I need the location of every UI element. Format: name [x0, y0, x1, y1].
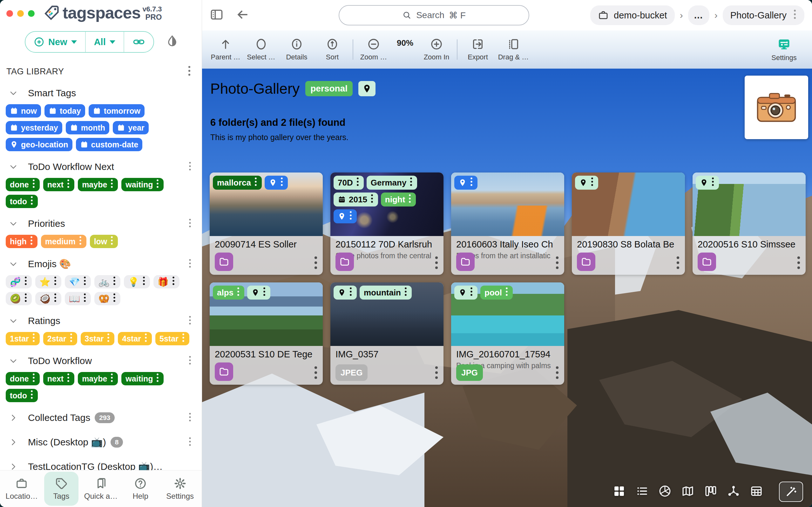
nav-quicka[interactable]: Quick a… [83, 472, 118, 506]
tag-today[interactable]: today [45, 104, 85, 118]
tag-menu-dots-icon[interactable] [53, 276, 57, 288]
tag-menu-dots-icon[interactable] [112, 293, 116, 305]
tag-menu-dots-icon[interactable] [83, 276, 87, 288]
nav-settings[interactable]: Settings [163, 472, 197, 506]
tag-4star[interactable]: 4star [118, 332, 152, 345]
toolbar-export-button[interactable]: Export [460, 38, 496, 61]
tag-medium[interactable]: medium [41, 235, 86, 248]
tag-menu-dots-icon[interactable] [236, 287, 240, 299]
tag-waiting[interactable]: waiting [121, 372, 164, 385]
breadcrumb-location[interactable]: demo-bucket [590, 5, 675, 25]
tag-group-menu-button[interactable] [186, 437, 193, 448]
tag-menu-dots-icon[interactable] [30, 390, 34, 401]
tag-menu-dots-icon[interactable] [263, 287, 266, 299]
map-perspective-icon[interactable] [681, 485, 694, 499]
tag--[interactable]: 🥨 [94, 292, 120, 305]
card-menu-button[interactable] [434, 256, 439, 271]
tag-group-header[interactable]: Smart Tags [0, 79, 202, 104]
tag--[interactable]: 🚲 [94, 275, 120, 288]
tag-70d[interactable]: 70D [334, 176, 364, 190]
open-folder-button[interactable] [215, 362, 233, 381]
tag-2015[interactable]: 2015 [334, 192, 378, 207]
tag-menu-dots-icon[interactable] [404, 287, 408, 299]
tag-alps[interactable]: alps [213, 286, 244, 299]
tag-menu-dots-icon[interactable] [83, 293, 87, 305]
open-folder-button[interactable] [336, 252, 354, 271]
tag-menu-dots-icon[interactable] [590, 177, 594, 189]
tag-menu-dots-icon[interactable] [181, 333, 185, 344]
tag-library-menu-button[interactable] [185, 65, 193, 77]
tag-menu-dots-icon[interactable] [69, 333, 73, 344]
tag-menu-dots-icon[interactable] [156, 179, 160, 190]
folder-card-20190830-s8-bolata-be[interactable]: 20190830 S8 Bolata Be [572, 172, 685, 275]
tag-pin[interactable] [334, 209, 357, 223]
tag-geo-pin[interactable] [358, 81, 375, 96]
new-button[interactable]: New [25, 32, 86, 52]
tag-menu-dots-icon[interactable] [112, 276, 116, 288]
folder-card-20150112-70d-karlsruh[interactable]: 70DGermany2015night20150112 70D Karlsruh… [330, 172, 444, 275]
tag-pin[interactable] [454, 286, 477, 299]
toolbar-select-button[interactable]: Select … [243, 38, 279, 61]
tag-mallorca[interactable]: mallorca [213, 176, 262, 190]
gallery-perspective-icon[interactable] [658, 485, 672, 499]
card-menu-button[interactable] [313, 365, 318, 381]
card-menu-button[interactable] [555, 256, 560, 271]
open-folder-button[interactable] [698, 252, 716, 271]
tag-pin[interactable] [454, 176, 477, 190]
tag--[interactable]: 🥝 [6, 292, 32, 305]
tag-high[interactable]: high [6, 235, 38, 248]
tag-menu-dots-icon[interactable] [370, 194, 374, 206]
tag-menu-dots-icon[interactable] [505, 287, 509, 299]
tag-2star[interactable]: 2star [43, 332, 77, 345]
tag--[interactable]: 🥥 [35, 292, 61, 305]
tag-menu-dots-icon[interactable] [32, 333, 36, 344]
card-menu-button[interactable] [676, 256, 681, 271]
graph-perspective-icon[interactable] [727, 485, 740, 499]
tag-menu-dots-icon[interactable] [254, 177, 257, 189]
tag-personal[interactable]: personal [305, 81, 353, 96]
tag-group-header[interactable]: TestLocationTG (Desktop 📺)… [0, 453, 202, 470]
tag-menu-dots-icon[interactable] [280, 177, 284, 189]
nav-tags[interactable]: Tags [44, 472, 78, 506]
toolbar-details-button[interactable]: Details [279, 38, 314, 61]
breadcrumb-current-folder[interactable]: Photo-Gallery [723, 5, 804, 25]
open-folder-button[interactable] [577, 252, 595, 271]
tag--[interactable]: 🧬 [6, 275, 32, 288]
close-window-button[interactable] [6, 10, 13, 17]
tag-menu-dots-icon[interactable] [142, 276, 146, 288]
folder-menu-button[interactable] [793, 9, 797, 21]
tag--[interactable]: ⭐ [35, 275, 61, 288]
tag-menu-dots-icon[interactable] [409, 177, 413, 189]
toggle-sidebar-button[interactable] [210, 8, 224, 23]
tag-group-header[interactable]: Collected Tags293 [0, 404, 202, 428]
filter-all-dropdown[interactable]: All [86, 32, 124, 52]
tag-done[interactable]: done [6, 372, 40, 385]
tag-menu-dots-icon[interactable] [110, 373, 114, 384]
search-input[interactable]: Search ⌘ F [339, 5, 529, 25]
tag--[interactable]: 💎 [65, 275, 91, 288]
tag-menu-dots-icon[interactable] [711, 177, 715, 189]
link-button[interactable] [124, 32, 154, 52]
tag-3star[interactable]: 3star [81, 332, 115, 345]
tag-pin[interactable] [575, 176, 598, 190]
tag-pin[interactable] [247, 286, 270, 299]
card-menu-button[interactable] [796, 256, 801, 271]
tag-maybe[interactable]: maybe [78, 178, 118, 191]
tag-yesterday[interactable]: yesterday [6, 121, 62, 134]
tag--[interactable]: 🎁 [154, 275, 179, 288]
folder-card-20160603-itally-iseo-ch[interactable]: 20160603 Itally Iseo ChPhotos from the a… [451, 172, 564, 275]
file-card-img-20160701-17594[interactable]: poolIMG_20160701_17594Pool in a camping … [451, 282, 564, 385]
tag-group-header[interactable]: Priorities [0, 210, 202, 234]
tag-menu-dots-icon[interactable] [110, 179, 114, 190]
tag-1star[interactable]: 1star [6, 332, 40, 345]
go-back-button[interactable] [236, 8, 250, 23]
theme-toggle-button[interactable] [166, 35, 179, 49]
tag-next[interactable]: next [43, 372, 74, 385]
tag-month[interactable]: month [66, 121, 109, 134]
tag-menu-dots-icon[interactable] [66, 373, 70, 384]
folder-card-20200531-s10-de-tege[interactable]: alps20200531 S10 DE Tege [210, 282, 323, 385]
tag-waiting[interactable]: waiting [121, 178, 164, 191]
tag--[interactable]: 💡 [124, 275, 150, 288]
toolbar-zoom-button[interactable]: Zoom … [356, 38, 391, 61]
tag-menu-dots-icon[interactable] [408, 194, 412, 206]
